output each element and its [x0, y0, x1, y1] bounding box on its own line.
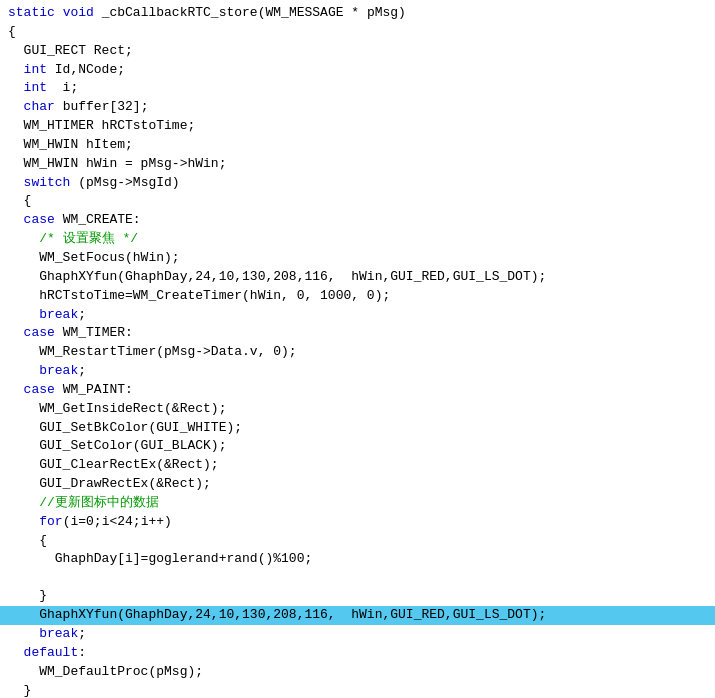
code-token [8, 174, 24, 193]
code-token: (i=0;i<24;i++) [63, 513, 172, 532]
code-token: case [24, 324, 55, 343]
code-token: for [39, 513, 62, 532]
code-token: WM_CREATE: [55, 211, 141, 230]
code-line: WM_HWIN hItem; [0, 136, 715, 155]
code-token: WM_SetFocus(hWin); [8, 249, 180, 268]
code-token [8, 98, 24, 117]
code-editor: static void _cbCallbackRTC_store(WM_MESS… [0, 0, 715, 698]
code-token: buffer[32]; [55, 98, 149, 117]
code-token: WM_HWIN hItem; [8, 136, 133, 155]
code-line: case WM_TIMER: [0, 324, 715, 343]
code-token: WM_DefaultProc(pMsg); [8, 663, 203, 682]
code-token: WM_HWIN hWin = pMsg->hWin; [8, 155, 226, 174]
code-token [8, 324, 24, 343]
code-line: switch (pMsg->MsgId) [0, 174, 715, 193]
code-token: char [24, 98, 55, 117]
code-token: { [8, 192, 31, 211]
code-token: GhaphDay[i]=goglerand+rand()%100; [8, 550, 312, 569]
code-token: //更新图标中的数据 [39, 494, 159, 513]
code-token: { [8, 23, 16, 42]
code-token: GUI_RECT Rect; [8, 42, 133, 61]
code-token [8, 230, 39, 249]
code-line: GhaphDay[i]=goglerand+rand()%100; [0, 550, 715, 569]
code-line: GUI_ClearRectEx(&Rect); [0, 456, 715, 475]
code-token: } [8, 682, 31, 698]
code-token: : [78, 644, 86, 663]
code-token [8, 625, 39, 644]
code-line: GhaphXYfun(GhaphDay,24,10,130,208,116, h… [0, 268, 715, 287]
code-line [0, 569, 715, 587]
code-token [8, 494, 39, 513]
code-token [55, 4, 63, 23]
code-line: char buffer[32]; [0, 98, 715, 117]
code-line: case WM_CREATE: [0, 211, 715, 230]
code-token: ; [78, 362, 86, 381]
code-line: WM_HTIMER hRCTstoTime; [0, 117, 715, 136]
code-line: WM_DefaultProc(pMsg); [0, 663, 715, 682]
code-token: case [24, 381, 55, 400]
code-line: break; [0, 362, 715, 381]
code-line: int Id,NCode; [0, 61, 715, 80]
code-line: break; [0, 625, 715, 644]
code-token: WM_TIMER: [55, 324, 133, 343]
code-line: //更新图标中的数据 [0, 494, 715, 513]
code-line: } [0, 682, 715, 698]
code-line: WM_SetFocus(hWin); [0, 249, 715, 268]
code-line: GUI_RECT Rect; [0, 42, 715, 61]
code-line: WM_GetInsideRect(&Rect); [0, 400, 715, 419]
code-token: GUI_SetBkColor(GUI_WHITE); [8, 419, 242, 438]
code-token [8, 513, 39, 532]
code-token: /* 设置聚焦 */ [39, 230, 138, 249]
code-token: GUI_SetColor(GUI_BLACK); [8, 437, 226, 456]
code-token [8, 61, 24, 80]
code-token: WM_GetInsideRect(&Rect); [8, 400, 226, 419]
code-token: break [39, 362, 78, 381]
code-token [8, 644, 24, 663]
code-token: } [8, 587, 47, 606]
code-token: GhaphXYfun(GhaphDay,24,10,130,208,116, h… [8, 606, 546, 625]
code-line: case WM_PAINT: [0, 381, 715, 400]
code-token: GUI_ClearRectEx(&Rect); [8, 456, 219, 475]
code-line: /* 设置聚焦 */ [0, 230, 715, 249]
code-token: _cbCallbackRTC_store(WM_MESSAGE * pMsg) [94, 4, 406, 23]
code-token [8, 381, 24, 400]
code-token: (pMsg->MsgId) [70, 174, 179, 193]
code-token: break [39, 625, 78, 644]
code-token: default [24, 644, 79, 663]
code-token: i; [47, 79, 78, 98]
code-line: for(i=0;i<24;i++) [0, 513, 715, 532]
code-token: case [24, 211, 55, 230]
code-token: WM_PAINT: [55, 381, 133, 400]
code-token: hRCTstoTime=WM_CreateTimer(hWin, 0, 1000… [8, 287, 390, 306]
code-line: static void _cbCallbackRTC_store(WM_MESS… [0, 4, 715, 23]
code-token: WM_HTIMER hRCTstoTime; [8, 117, 195, 136]
code-token [8, 306, 39, 325]
code-token [8, 362, 39, 381]
code-token: break [39, 306, 78, 325]
code-line: } [0, 587, 715, 606]
code-line: GhaphXYfun(GhaphDay,24,10,130,208,116, h… [0, 606, 715, 625]
code-line: GUI_SetBkColor(GUI_WHITE); [0, 419, 715, 438]
code-token: { [8, 532, 47, 551]
code-line: { [0, 23, 715, 42]
code-token: GhaphXYfun(GhaphDay,24,10,130,208,116, h… [8, 268, 546, 287]
code-token: static [8, 4, 55, 23]
code-line: GUI_SetColor(GUI_BLACK); [0, 437, 715, 456]
code-token [8, 79, 24, 98]
code-line: WM_RestartTimer(pMsg->Data.v, 0); [0, 343, 715, 362]
code-token: void [63, 4, 94, 23]
code-token: ; [78, 625, 86, 644]
code-line: break; [0, 306, 715, 325]
code-line: hRCTstoTime=WM_CreateTimer(hWin, 0, 1000… [0, 287, 715, 306]
code-line: int i; [0, 79, 715, 98]
code-token: int [24, 61, 47, 80]
code-line: { [0, 192, 715, 211]
code-token: switch [24, 174, 71, 193]
code-line: WM_HWIN hWin = pMsg->hWin; [0, 155, 715, 174]
code-line: GUI_DrawRectEx(&Rect); [0, 475, 715, 494]
code-token [8, 211, 24, 230]
code-token: Id,NCode; [47, 61, 125, 80]
code-line: default: [0, 644, 715, 663]
code-token: int [24, 79, 47, 98]
code-token: ; [78, 306, 86, 325]
